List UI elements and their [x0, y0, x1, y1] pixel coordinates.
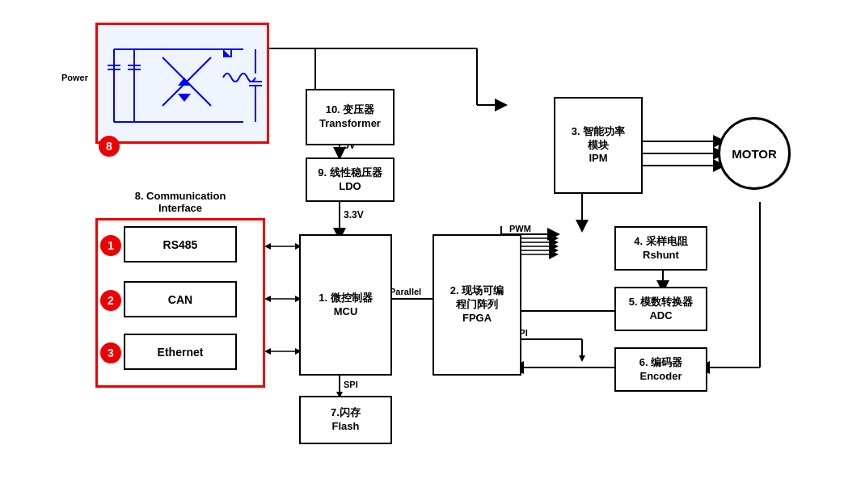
rshunt-cn: 4. 采样电阻	[634, 235, 687, 249]
block-rshunt: 4. 采样电阻 Rshunt	[614, 226, 707, 271]
can-label: CAN	[168, 293, 192, 306]
flash-cn: 7.闪存	[331, 406, 361, 420]
encoder-en: Encoder	[639, 370, 682, 384]
block-adc: 5. 模数转换器 ADC	[614, 287, 707, 331]
block-transformer: 10. 变压器 Transformer	[306, 89, 395, 145]
svg-marker-16	[264, 348, 271, 355]
block-mcu: 1. 微控制器 MCU	[299, 234, 392, 376]
svg-text:Parallel: Parallel	[390, 287, 421, 296]
ldo-cn: 9. 线性稳压器	[318, 166, 382, 180]
comm-interface-label: 8. Communication Interface	[95, 190, 265, 214]
adc-en: ADC	[649, 309, 672, 323]
block-flash: 7.闪存 Flash	[299, 396, 392, 444]
num-badge-3: 3	[100, 342, 121, 363]
encoder-cn: 6. 编码器	[639, 356, 682, 370]
comm-label-line2: Interface	[158, 202, 202, 214]
svg-marker-65	[223, 49, 231, 57]
adc-cn: 5. 模数转换器	[629, 296, 693, 309]
svg-marker-38	[579, 355, 585, 362]
block-fpga: 2. 现场可编 程门阵列 FPGA	[433, 234, 521, 376]
block-ipm: 3. 智能功率 模块 IPM	[554, 97, 643, 194]
block-encoder: 6. 编码器 Encoder	[614, 347, 707, 392]
rs485-label: RS485	[163, 238, 198, 251]
fpga-cn: 2. 现场可编 程门阵列	[450, 284, 504, 312]
svg-marker-60	[178, 94, 191, 102]
svg-text:3.3V: 3.3V	[344, 209, 364, 220]
ipm-en: IPM	[589, 152, 607, 166]
mcu-cn: 1. 微控制器	[319, 292, 372, 305]
svg-text:SPI: SPI	[344, 380, 358, 389]
num-badge-1: 1	[100, 235, 121, 256]
transformer-en: Transformer	[319, 117, 381, 131]
motor-label: MOTOR	[732, 147, 777, 161]
ldo-en: LDO	[339, 180, 361, 194]
ipm-cn: 3. 智能功率 模块	[572, 125, 625, 153]
ethernet-label: Ethernet	[158, 346, 204, 359]
rshunt-en: Rshunt	[643, 249, 679, 262]
ethernet-box: Ethernet	[124, 334, 237, 370]
comm-label-line1: 8. Communication	[135, 190, 226, 202]
circuit-svg	[98, 25, 269, 144]
diagram: 5V 3.3V Parallel PWM	[0, 0, 844, 504]
flash-en: Flash	[332, 420, 360, 434]
power-circuit-block	[95, 23, 269, 144]
svg-text:PWM: PWM	[509, 224, 531, 233]
block-motor: MOTOR	[718, 117, 791, 190]
num-badge-2: 2	[100, 290, 121, 311]
fpga-en: FPGA	[462, 312, 492, 326]
svg-marker-13	[264, 296, 271, 302]
mcu-en: MCU	[334, 305, 358, 319]
power-number-badge: 8	[99, 136, 120, 157]
svg-marker-10	[264, 243, 271, 250]
rs485-box: RS485	[124, 226, 237, 262]
block-ldo: 9. 线性稳压器 LDO	[306, 158, 395, 202]
transformer-cn: 10. 变压器	[326, 103, 375, 117]
can-box: CAN	[124, 281, 237, 317]
power-label: Power	[61, 73, 88, 82]
